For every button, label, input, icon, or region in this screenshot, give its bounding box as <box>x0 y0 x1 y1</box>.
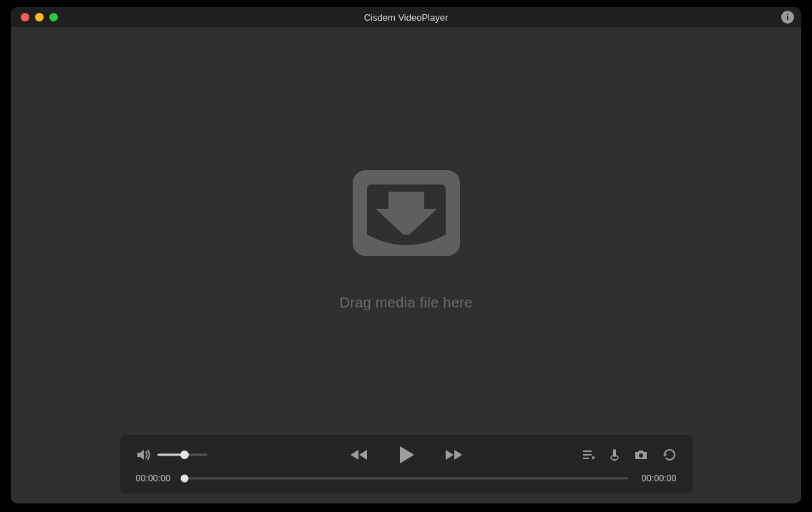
volume-slider[interactable] <box>157 449 207 461</box>
info-button[interactable]: i <box>781 11 794 24</box>
seek-slider[interactable] <box>185 474 628 483</box>
playback-controls: 00:00:00 00:00:00 <box>120 435 693 493</box>
svg-rect-10 <box>583 454 592 456</box>
app-window: Cisdem VideoPlayer i Drag media file her… <box>11 7 801 503</box>
snapshot-button[interactable] <box>634 449 648 461</box>
transport-buttons <box>350 445 463 465</box>
svg-rect-9 <box>583 451 592 452</box>
rewind-button[interactable] <box>350 448 368 462</box>
svg-point-16 <box>639 453 643 458</box>
svg-marker-6 <box>400 446 414 463</box>
svg-marker-5 <box>359 450 367 460</box>
volume-group <box>136 448 207 462</box>
loop-button[interactable] <box>662 448 677 461</box>
elapsed-time: 00:00:00 <box>136 473 176 483</box>
fast-forward-button[interactable] <box>444 448 463 462</box>
video-area[interactable]: Drag media file here <box>11 27 801 503</box>
play-button[interactable] <box>397 445 416 465</box>
volume-icon[interactable] <box>136 448 152 462</box>
svg-marker-12 <box>592 456 595 460</box>
svg-marker-17 <box>663 454 667 457</box>
svg-marker-4 <box>351 450 358 460</box>
svg-rect-11 <box>583 458 589 459</box>
titlebar: Cisdem VideoPlayer i <box>11 7 801 27</box>
window-title: Cisdem VideoPlayer <box>11 12 801 23</box>
audio-track-button[interactable] <box>610 448 620 461</box>
drop-zone-label: Drag media file here <box>339 295 472 311</box>
svg-marker-8 <box>454 450 462 460</box>
window-close-button[interactable] <box>21 13 29 21</box>
playlist-button[interactable] <box>582 449 595 461</box>
drop-zone[interactable]: Drag media file here <box>339 163 472 311</box>
total-time: 00:00:00 <box>637 473 677 483</box>
window-maximize-button[interactable] <box>49 13 58 21</box>
traffic-lights <box>21 13 58 21</box>
right-controls <box>582 448 677 461</box>
import-icon <box>346 163 467 273</box>
svg-marker-7 <box>446 450 454 460</box>
svg-rect-15 <box>614 459 615 461</box>
window-minimize-button[interactable] <box>35 13 44 21</box>
